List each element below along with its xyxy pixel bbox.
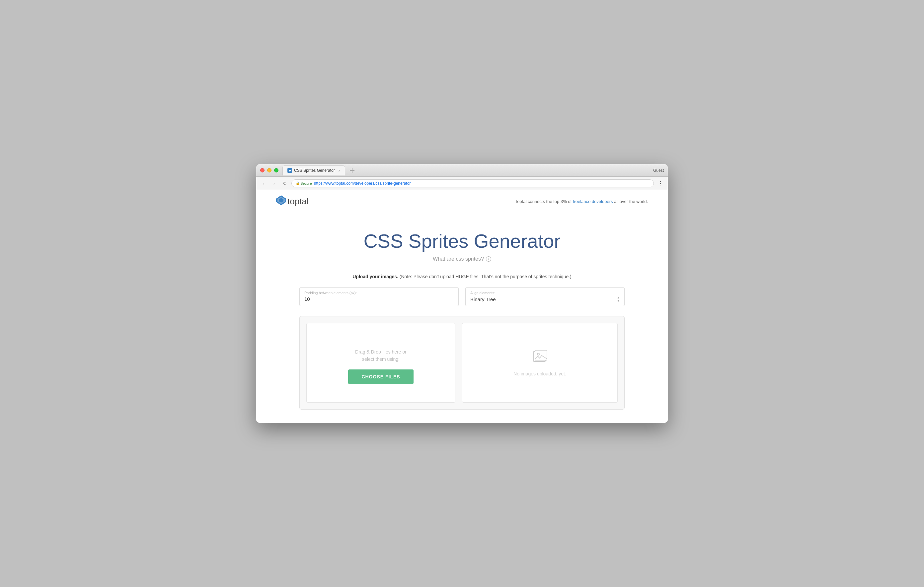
main-content: CSS Sprites Generator What are css sprit… <box>279 213 645 423</box>
upload-instruction-normal: (Note: Please don't upload HUGE files. T… <box>398 274 571 279</box>
drop-text: Drag & Drop files here or select them us… <box>355 348 407 363</box>
tagline-link[interactable]: freelance developers <box>573 199 613 204</box>
upload-instruction: Upload your images. (Note: Please don't … <box>299 274 625 279</box>
lock-icon: 🔒 <box>296 181 300 185</box>
no-images-text: No images uploaded, yet. <box>513 371 566 377</box>
preview-zone: No images uploaded, yet. <box>462 323 618 403</box>
page-content: toptal Toptal connects the top 3% of fre… <box>256 190 668 423</box>
controls-row: Padding between elements (px): Align ele… <box>299 287 625 306</box>
svg-rect-6 <box>535 350 547 360</box>
select-arrows: ▲ ▼ <box>617 296 620 303</box>
site-header: toptal Toptal connects the top 3% of fre… <box>256 190 668 213</box>
secure-badge: 🔒 Secure <box>296 181 312 186</box>
logo: toptal <box>276 195 309 207</box>
align-select-wrapper: Binary Tree Vertical Horizontal Diagonal… <box>470 296 620 303</box>
url-domain: https://www.toptal.com/developers/css/sp… <box>314 181 411 186</box>
upload-container: Drag & Drop files here or select them us… <box>299 316 625 409</box>
window-controls <box>260 168 279 173</box>
guest-label: Guest <box>653 168 664 173</box>
logo-icon <box>276 195 286 207</box>
padding-input[interactable] <box>304 296 454 302</box>
title-bar: ◆ CSS Sprites Generator × Guest <box>256 164 668 177</box>
logo-text: toptal <box>287 196 309 207</box>
address-bar: ‹ › ↻ 🔒 Secure https://www.toptal.com/de… <box>256 177 668 190</box>
url-bar[interactable]: 🔒 Secure https://www.toptal.com/develope… <box>291 179 654 187</box>
header-tagline: Toptal connects the top 3% of freelance … <box>515 199 648 204</box>
arrow-down-icon: ▼ <box>617 299 620 303</box>
tagline-pre: Toptal connects the top 3% of <box>515 199 573 204</box>
forward-button[interactable]: › <box>270 179 278 187</box>
upload-instruction-bold: Upload your images. <box>353 274 398 279</box>
close-button[interactable] <box>260 168 264 173</box>
refresh-button[interactable]: ↻ <box>281 179 289 187</box>
page-title: CSS Sprites Generator <box>299 230 625 252</box>
drop-zone[interactable]: Drag & Drop files here or select them us… <box>306 323 455 403</box>
tab-title: CSS Sprites Generator <box>294 168 335 173</box>
browser-window: ◆ CSS Sprites Generator × Guest ‹ › ↻ 🔒 … <box>256 164 668 423</box>
browser-menu-button[interactable]: ⋮ <box>657 179 665 188</box>
subtitle-text: What are css sprites? <box>433 256 484 262</box>
subtitle: What are css sprites? i <box>299 256 625 262</box>
image-placeholder-icon <box>533 350 547 366</box>
align-select[interactable]: Binary Tree Vertical Horizontal Diagonal <box>470 296 617 302</box>
padding-control: Padding between elements (px): <box>299 287 459 306</box>
svg-rect-1 <box>350 170 355 171</box>
active-tab[interactable]: ◆ CSS Sprites Generator × <box>282 166 345 176</box>
align-control: Align elements: Binary Tree Vertical Hor… <box>465 287 625 306</box>
arrow-up-icon: ▲ <box>617 296 620 299</box>
drop-text-line2: select them using: <box>362 357 399 362</box>
tagline-post: all over the world. <box>613 199 648 204</box>
align-label: Align elements: <box>470 291 620 295</box>
maximize-button[interactable] <box>274 168 279 173</box>
info-icon[interactable]: i <box>486 257 491 261</box>
drop-text-line1: Drag & Drop files here or <box>355 349 407 355</box>
tab-favicon: ◆ <box>287 168 292 173</box>
secure-label: Secure <box>300 181 312 186</box>
choose-files-button[interactable]: CHOOSE FILES <box>348 370 413 384</box>
padding-label: Padding between elements (px): <box>304 291 454 295</box>
tab-close-button[interactable]: × <box>338 168 340 173</box>
tab-bar: ◆ CSS Sprites Generator × <box>282 166 653 176</box>
back-button[interactable]: ‹ <box>259 179 267 187</box>
new-tab-button[interactable] <box>347 166 357 175</box>
minimize-button[interactable] <box>267 168 272 173</box>
url-display: https://www.toptal.com/developers/css/sp… <box>314 181 411 186</box>
